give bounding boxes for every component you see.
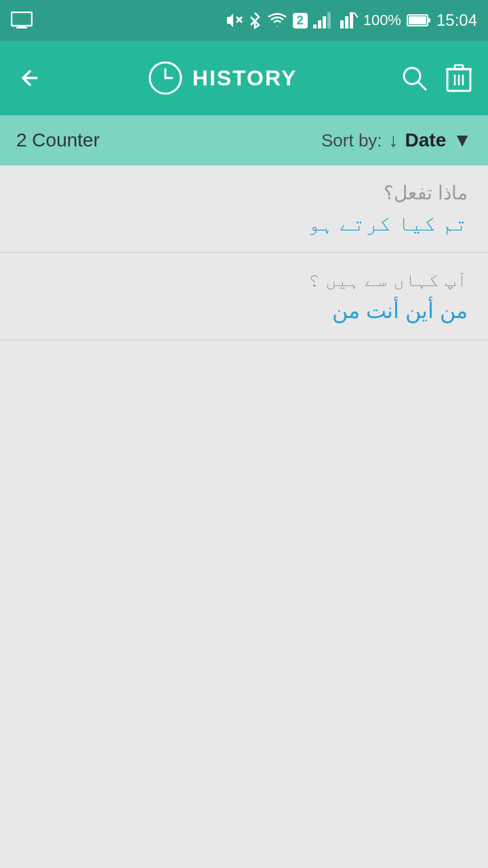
- battery-percent: 100%: [363, 12, 401, 29]
- svg-rect-8: [327, 12, 331, 28]
- svg-rect-6: [318, 20, 321, 28]
- sort-bar: 2 Counter Sort by: ↓ Date ▼: [0, 115, 488, 165]
- app-bar-title: HISTORY: [192, 66, 297, 91]
- app-bar-center: HISTORY: [148, 60, 297, 96]
- svg-rect-10: [345, 16, 348, 28]
- svg-rect-0: [12, 12, 32, 26]
- sort-by-label: Sort by:: [321, 130, 382, 151]
- mute-icon: [225, 12, 243, 29]
- status-bar: 2 100% 15:04: [0, 0, 488, 41]
- history-item-answer: تم کیا کرتے ہو: [20, 211, 468, 236]
- svg-rect-14: [409, 16, 426, 24]
- dropdown-arrow-icon[interactable]: ▼: [453, 130, 472, 151]
- clock-icon: [148, 60, 183, 96]
- sort-controls[interactable]: Sort by: ↓ Date ▼: [321, 130, 472, 151]
- data-signal-icon: [340, 12, 358, 28]
- notification-badge: 2: [293, 13, 308, 28]
- time-display: 15:04: [436, 11, 477, 30]
- screen-icon: [11, 12, 33, 29]
- sort-value: Date: [405, 130, 447, 151]
- app-bar: HISTORY: [0, 41, 488, 115]
- wifi-icon: [267, 12, 287, 28]
- history-item-question: آپ کہاں سے ہیں ؟: [20, 269, 468, 291]
- svg-rect-7: [323, 16, 326, 28]
- content-area: ماذا تفعل؟تم کیا کرتے ہوآپ کہاں سے ہیں ؟…: [0, 165, 488, 340]
- bluetooth-icon: [248, 12, 262, 29]
- delete-button[interactable]: [446, 64, 472, 92]
- battery-icon: [407, 14, 431, 27]
- svg-rect-5: [313, 24, 317, 28]
- history-item-question: ماذا تفعل؟: [20, 182, 468, 204]
- history-item-answer: من أين أنت من: [20, 298, 468, 323]
- history-item[interactable]: آپ کہاں سے ہیں ؟من أين أنت من: [0, 253, 488, 340]
- sort-direction-icon: ↓: [389, 130, 399, 151]
- svg-rect-2: [16, 27, 27, 28]
- svg-rect-9: [340, 20, 344, 28]
- svg-rect-15: [428, 18, 430, 22]
- status-left: [11, 12, 33, 29]
- history-item[interactable]: ماذا تفعل؟تم کیا کرتے ہو: [0, 165, 488, 253]
- svg-rect-11: [350, 12, 353, 28]
- counter-text: 2 Counter: [16, 130, 100, 151]
- search-button[interactable]: [401, 65, 427, 91]
- back-button[interactable]: [16, 66, 43, 90]
- svg-line-20: [418, 82, 426, 90]
- signal-icon: [313, 12, 335, 28]
- status-right: 2 100% 15:04: [225, 11, 477, 30]
- svg-rect-23: [455, 65, 463, 69]
- svg-line-12: [354, 12, 358, 18]
